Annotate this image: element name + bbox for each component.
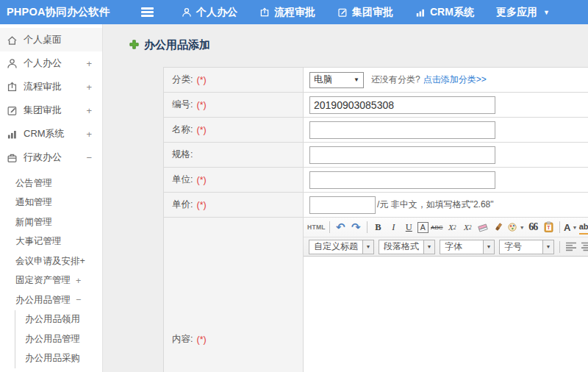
- nav-label: 流程审批: [274, 6, 315, 19]
- top-header: PHPOA协同办公软件 个人办公 流程审批 集团审批: [0, 0, 588, 24]
- required-mark: (*): [196, 75, 206, 85]
- bar-chart-icon: [7, 129, 18, 140]
- sidebar-item-admin-office[interactable]: 行政办公 −: [0, 146, 102, 169]
- blockquote-button[interactable]: 66: [526, 220, 540, 235]
- unit-label: 单位:: [172, 174, 193, 186]
- nav-crm-system[interactable]: CRM系统: [415, 6, 474, 19]
- unit-input[interactable]: [309, 171, 495, 189]
- sidebar-leaf-group: 办公用品领用 办公用品管理 办公用品采购: [15, 310, 102, 369]
- menu-icon[interactable]: [141, 7, 154, 17]
- caret-down-icon: ▼: [543, 9, 550, 16]
- required-mark: (*): [196, 335, 206, 345]
- code-label: 编号:: [172, 99, 193, 111]
- code-input[interactable]: [309, 96, 495, 114]
- sidebar-subitem-fixed-assets[interactable]: 固定资产管理+: [0, 271, 102, 291]
- sidebar-item-label: 个人桌面: [24, 33, 62, 46]
- price-input[interactable]: [309, 196, 376, 214]
- redo-icon[interactable]: ↷: [349, 220, 363, 235]
- sidebar: 个人桌面 个人办公 + 流程审批 + 集团审: [0, 24, 103, 372]
- sidebar-item-desktop[interactable]: 个人桌面: [0, 28, 102, 51]
- form-row-category: 分类: (*) 电脑 ▼ 还没有分类? 点击添加分类>>: [164, 68, 588, 93]
- category-select[interactable]: 电脑 ▼: [309, 72, 364, 88]
- sidebar-subitem-memorabilia[interactable]: 大事记管理: [0, 232, 102, 252]
- highlight-color-button[interactable]: ab▼: [579, 220, 588, 235]
- caret-down-icon: ▼: [572, 225, 577, 230]
- sidebar-item-group-approval[interactable]: 集团审批 +: [0, 99, 102, 122]
- collapse-sign[interactable]: −: [86, 152, 92, 163]
- editor-content-area[interactable]: [304, 257, 588, 372]
- sidebar-leaf-supplies-purchase[interactable]: 办公用品采购: [15, 349, 102, 369]
- custom-heading-select[interactable]: 自定义标题 ▼: [309, 240, 374, 254]
- page-title-text: 办公用品添加: [144, 38, 210, 52]
- main-content: 办公用品添加 分类: (*) 电脑 ▼ 还没有分类? 点击添加: [103, 24, 588, 372]
- sidebar-item-workflow-approval[interactable]: 流程审批 +: [0, 75, 102, 99]
- name-input[interactable]: [309, 121, 495, 139]
- nav-label: 个人办公: [196, 6, 237, 19]
- eraser-icon[interactable]: [476, 220, 490, 235]
- expand-sign[interactable]: +: [86, 105, 92, 116]
- color-palette-icon[interactable]: ▼: [507, 220, 525, 235]
- subscript-button[interactable]: X2: [461, 220, 475, 235]
- required-mark: (*): [196, 200, 206, 210]
- sidebar-subitem-news[interactable]: 新闻管理: [0, 212, 102, 232]
- editor-toolbar-row-1: HTML ↶ ↷ B I U A ABC: [304, 218, 588, 237]
- name-label: 名称:: [172, 124, 193, 136]
- price-format-hint: /元 非中文，如填写格式"2.68": [377, 198, 494, 211]
- sidebar-item-personal-office[interactable]: 个人办公 +: [0, 51, 102, 75]
- sidebar-subitem-meeting[interactable]: 会议申请及安排+: [0, 251, 102, 271]
- nav-workflow-approval[interactable]: 流程审批: [259, 6, 315, 19]
- expand-sign[interactable]: +: [86, 82, 92, 93]
- required-mark: (*): [196, 175, 206, 185]
- paste-clipboard-icon[interactable]: T: [542, 220, 556, 235]
- expand-sign[interactable]: +: [86, 129, 92, 140]
- sidebar-subitem-office-supplies[interactable]: 办公用品管理−: [0, 290, 102, 310]
- editor-toolbar-row-2: 自定义标题 ▼ 段落格式 ▼ 字体 ▼: [304, 237, 588, 256]
- border-text-button[interactable]: A: [417, 222, 429, 233]
- form-row-price: 单价: (*) /元 非中文，如填写格式"2.68": [164, 193, 588, 218]
- spec-input[interactable]: [309, 146, 495, 164]
- form-row-unit: 单位: (*): [164, 168, 588, 193]
- form-row-code: 编号: (*): [164, 93, 588, 118]
- required-mark: (*): [196, 125, 206, 135]
- expand-sign: +: [76, 276, 81, 286]
- italic-button[interactable]: I: [387, 220, 401, 235]
- collapse-sign: −: [76, 295, 81, 305]
- superscript-button[interactable]: X2: [445, 220, 459, 235]
- caret-down-icon: ▼: [542, 240, 553, 254]
- add-category-link[interactable]: 点击添加分类>>: [423, 74, 487, 86]
- form-row-name: 名称: (*): [164, 118, 588, 143]
- briefcase-icon: [7, 152, 18, 163]
- sidebar-leaf-supplies-claim[interactable]: 办公用品领用: [15, 310, 102, 330]
- required-mark: (*): [196, 100, 206, 110]
- caret-down-icon: ▼: [520, 225, 525, 230]
- underline-button[interactable]: U: [402, 220, 416, 235]
- editor-toolbar: HTML ↶ ↷ B I U A ABC: [304, 218, 588, 257]
- sidebar-subitem-announcement[interactable]: 公告管理: [0, 174, 102, 193]
- font-color-button[interactable]: A▼: [564, 220, 578, 235]
- form-row-spec: 规格:: [164, 143, 588, 168]
- svg-text:T: T: [547, 225, 551, 230]
- nav-group-approval[interactable]: 集团审批: [337, 6, 393, 19]
- font-size-select[interactable]: 字号 ▼: [499, 240, 554, 254]
- nav-label: 更多应用: [496, 6, 537, 19]
- undo-icon[interactable]: ↶: [334, 220, 348, 235]
- format-painter-icon[interactable]: [492, 220, 506, 235]
- nav-personal-office[interactable]: 个人办公: [182, 6, 237, 19]
- font-family-select[interactable]: 字体 ▼: [440, 240, 495, 254]
- sidebar-item-crm[interactable]: CRM系统 +: [0, 122, 102, 146]
- align-left-icon[interactable]: [564, 240, 578, 254]
- app-logo: PHPOA协同办公软件: [0, 5, 131, 19]
- align-center-icon[interactable]: [579, 240, 588, 254]
- strikethrough-button[interactable]: ABC: [430, 220, 444, 235]
- category-label: 分类:: [172, 74, 193, 86]
- edit-icon: [7, 105, 18, 116]
- expand-sign[interactable]: +: [86, 58, 92, 69]
- source-code-button[interactable]: HTML: [307, 220, 326, 235]
- person-icon: [7, 58, 18, 69]
- sidebar-subitem-notice[interactable]: 通知管理: [0, 193, 102, 213]
- paragraph-format-select[interactable]: 段落格式 ▼: [379, 240, 435, 254]
- sidebar-leaf-supplies-manage[interactable]: 办公用品管理: [15, 329, 102, 349]
- workflow-icon: [7, 82, 18, 93]
- nav-more-apps[interactable]: 更多应用 ▼: [496, 6, 550, 19]
- bold-button[interactable]: B: [371, 220, 385, 235]
